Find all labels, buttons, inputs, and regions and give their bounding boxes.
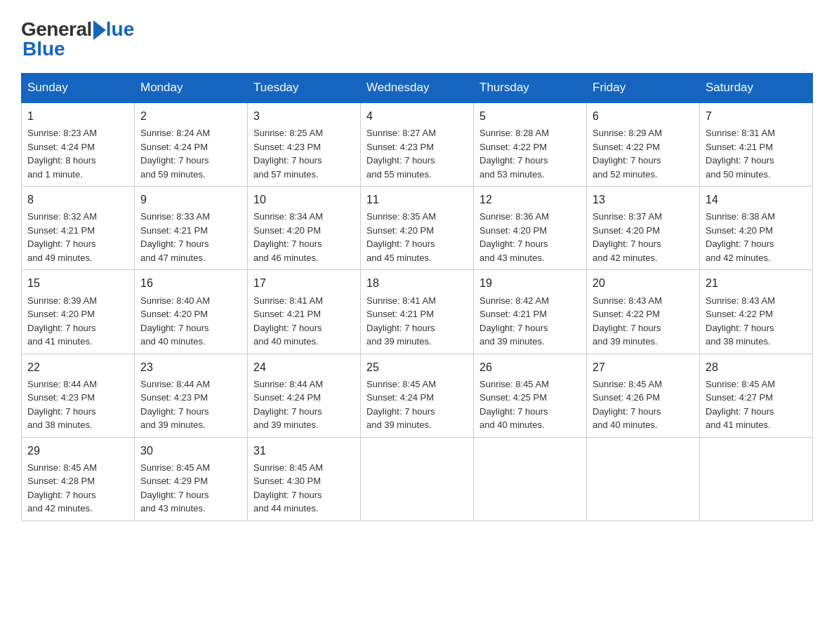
day-info: Sunrise: 8:45 AMSunset: 4:25 PMDaylight:… xyxy=(479,377,581,432)
day-number: 22 xyxy=(27,359,128,375)
daylight-text2: and 46 minutes. xyxy=(253,253,319,263)
day-number: 20 xyxy=(593,275,694,291)
sunrise-text: Sunrise: 8:42 AM xyxy=(479,295,549,306)
sunset-text: Sunset: 4:27 PM xyxy=(706,392,773,403)
daylight-text: Daylight: 7 hours xyxy=(593,323,661,333)
day-number: 31 xyxy=(253,443,355,459)
daylight-text: Daylight: 7 hours xyxy=(479,323,548,333)
calendar-cell: 14Sunrise: 8:38 AMSunset: 4:20 PMDayligh… xyxy=(700,187,813,270)
calendar-cell: 9Sunrise: 8:33 AMSunset: 4:21 PMDaylight… xyxy=(135,187,248,270)
calendar-week-row: 22Sunrise: 8:44 AMSunset: 4:23 PMDayligh… xyxy=(22,354,813,437)
daylight-text2: and 45 minutes. xyxy=(366,253,432,263)
weekday-header-thursday: Thursday xyxy=(474,74,587,103)
sunrise-text: Sunrise: 8:44 AM xyxy=(140,379,210,389)
sunrise-text: Sunrise: 8:35 AM xyxy=(366,211,436,222)
day-number: 13 xyxy=(593,192,694,208)
daylight-text: Daylight: 7 hours xyxy=(366,239,435,249)
daylight-text2: and 38 minutes. xyxy=(706,336,771,347)
daylight-text: Daylight: 8 hours xyxy=(27,155,96,166)
day-number: 3 xyxy=(253,108,355,124)
day-info: Sunrise: 8:34 AMSunset: 4:20 PMDaylight:… xyxy=(253,210,355,264)
sunset-text: Sunset: 4:20 PM xyxy=(593,225,660,236)
day-info: Sunrise: 8:33 AMSunset: 4:21 PMDaylight:… xyxy=(140,210,241,264)
day-info: Sunrise: 8:39 AMSunset: 4:20 PMDaylight:… xyxy=(27,294,128,349)
weekday-header-saturday: Saturday xyxy=(700,74,813,103)
daylight-text2: and 55 minutes. xyxy=(366,169,432,180)
day-info: Sunrise: 8:45 AMSunset: 4:30 PMDaylight:… xyxy=(253,461,355,516)
daylight-text2: and 40 minutes. xyxy=(593,420,658,430)
calendar-cell: 21Sunrise: 8:43 AMSunset: 4:22 PMDayligh… xyxy=(700,270,813,354)
daylight-text: Daylight: 7 hours xyxy=(593,239,661,249)
weekday-header-sunday: Sunday xyxy=(22,74,135,103)
daylight-text: Daylight: 7 hours xyxy=(253,239,322,249)
daylight-text2: and 42 minutes. xyxy=(593,253,658,263)
day-info: Sunrise: 8:23 AMSunset: 4:24 PMDaylight:… xyxy=(27,126,128,181)
daylight-text2: and 47 minutes. xyxy=(140,253,206,263)
daylight-text: Daylight: 7 hours xyxy=(140,323,209,333)
daylight-text2: and 43 minutes. xyxy=(479,253,545,263)
sunset-text: Sunset: 4:23 PM xyxy=(366,142,434,152)
sunset-text: Sunset: 4:20 PM xyxy=(27,309,95,319)
day-number: 16 xyxy=(140,275,241,291)
day-number: 21 xyxy=(706,275,807,291)
daylight-text: Daylight: 7 hours xyxy=(366,323,435,333)
sunset-text: Sunset: 4:24 PM xyxy=(366,392,434,403)
daylight-text2: and 49 minutes. xyxy=(27,253,93,263)
day-info: Sunrise: 8:41 AMSunset: 4:21 PMDaylight:… xyxy=(253,294,355,349)
calendar-cell: 6Sunrise: 8:29 AMSunset: 4:22 PMDaylight… xyxy=(587,102,700,187)
daylight-text: Daylight: 7 hours xyxy=(366,406,435,417)
svg-marker-0 xyxy=(93,20,106,40)
day-info: Sunrise: 8:32 AMSunset: 4:21 PMDaylight:… xyxy=(27,210,128,264)
day-info: Sunrise: 8:45 AMSunset: 4:29 PMDaylight:… xyxy=(140,461,241,516)
calendar-cell xyxy=(700,437,813,521)
sunset-text: Sunset: 4:23 PM xyxy=(27,392,95,403)
calendar-cell: 16Sunrise: 8:40 AMSunset: 4:20 PMDayligh… xyxy=(135,270,248,354)
logo-arrow-icon xyxy=(93,20,106,40)
sunset-text: Sunset: 4:21 PM xyxy=(366,309,434,319)
calendar-cell: 11Sunrise: 8:35 AMSunset: 4:20 PMDayligh… xyxy=(361,187,474,270)
sunrise-text: Sunrise: 8:28 AM xyxy=(479,128,549,138)
day-number: 15 xyxy=(27,275,128,291)
sunrise-text: Sunrise: 8:45 AM xyxy=(479,379,549,389)
sunset-text: Sunset: 4:24 PM xyxy=(253,392,321,403)
day-number: 29 xyxy=(27,443,128,459)
daylight-text: Daylight: 7 hours xyxy=(253,323,322,333)
day-number: 8 xyxy=(27,192,128,208)
daylight-text: Daylight: 7 hours xyxy=(593,406,661,417)
day-number: 24 xyxy=(253,359,355,375)
sunrise-text: Sunrise: 8:45 AM xyxy=(253,462,323,473)
day-info: Sunrise: 8:25 AMSunset: 4:23 PMDaylight:… xyxy=(253,126,355,181)
sunrise-text: Sunrise: 8:43 AM xyxy=(593,295,662,306)
page-header: General lue Blue xyxy=(21,14,813,60)
calendar-cell: 7Sunrise: 8:31 AMSunset: 4:21 PMDaylight… xyxy=(700,102,813,187)
day-number: 17 xyxy=(253,275,355,291)
day-info: Sunrise: 8:38 AMSunset: 4:20 PMDaylight:… xyxy=(706,210,807,264)
sunset-text: Sunset: 4:28 PM xyxy=(27,476,95,486)
day-info: Sunrise: 8:44 AMSunset: 4:23 PMDaylight:… xyxy=(27,377,128,432)
daylight-text: Daylight: 7 hours xyxy=(140,239,209,249)
day-number: 26 xyxy=(479,359,581,375)
sunset-text: Sunset: 4:23 PM xyxy=(140,392,208,403)
sunrise-text: Sunrise: 8:45 AM xyxy=(706,379,775,389)
day-number: 14 xyxy=(706,192,807,208)
calendar-cell: 23Sunrise: 8:44 AMSunset: 4:23 PMDayligh… xyxy=(135,354,248,437)
logo: General lue Blue xyxy=(21,14,134,60)
daylight-text: Daylight: 7 hours xyxy=(479,155,548,166)
sunrise-text: Sunrise: 8:40 AM xyxy=(140,295,210,306)
logo-blue-text: lue xyxy=(106,18,134,41)
sunrise-text: Sunrise: 8:44 AM xyxy=(27,379,97,389)
sunset-text: Sunset: 4:26 PM xyxy=(593,392,660,403)
calendar-cell: 31Sunrise: 8:45 AMSunset: 4:30 PMDayligh… xyxy=(248,437,361,521)
day-number: 12 xyxy=(479,192,581,208)
calendar-table: SundayMondayTuesdayWednesdayThursdayFrid… xyxy=(21,73,813,521)
daylight-text2: and 52 minutes. xyxy=(593,169,658,180)
calendar-cell: 18Sunrise: 8:41 AMSunset: 4:21 PMDayligh… xyxy=(361,270,474,354)
sunset-text: Sunset: 4:21 PM xyxy=(253,309,321,319)
calendar-cell: 1Sunrise: 8:23 AMSunset: 4:24 PMDaylight… xyxy=(22,102,135,187)
calendar-cell: 25Sunrise: 8:45 AMSunset: 4:24 PMDayligh… xyxy=(361,354,474,437)
logo-bottom-text: Blue xyxy=(22,38,65,60)
sunset-text: Sunset: 4:22 PM xyxy=(706,309,773,319)
sunset-text: Sunset: 4:20 PM xyxy=(366,225,434,236)
sunset-text: Sunset: 4:25 PM xyxy=(479,392,547,403)
day-number: 11 xyxy=(366,192,468,208)
